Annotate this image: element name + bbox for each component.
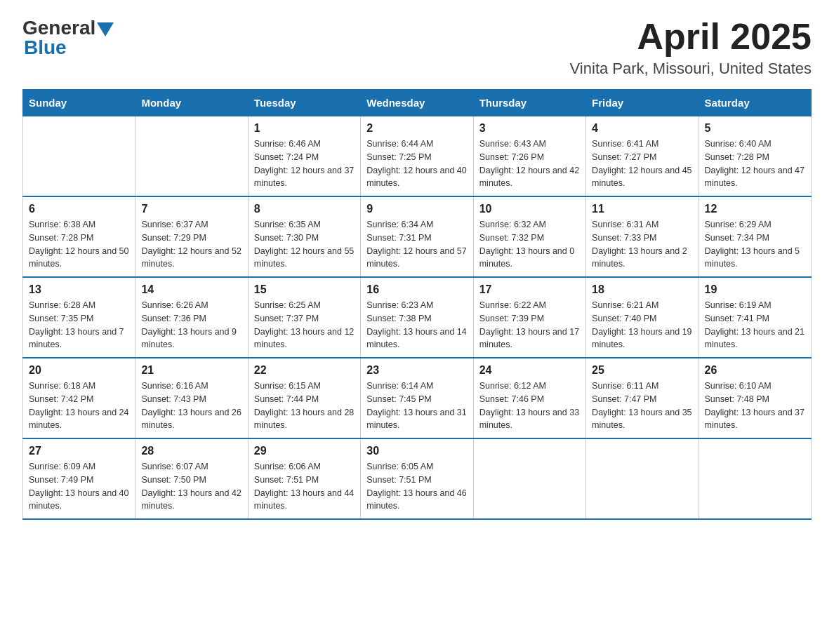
- calendar-dow-header: Thursday: [473, 90, 585, 116]
- calendar-day-cell: 4Sunrise: 6:41 AMSunset: 7:27 PMDaylight…: [586, 116, 699, 197]
- calendar-day-cell: 1Sunrise: 6:46 AMSunset: 7:24 PMDaylight…: [248, 116, 360, 197]
- sunrise-text: Sunrise: 6:21 AM: [592, 299, 692, 312]
- calendar-week-row: 13Sunrise: 6:28 AMSunset: 7:35 PMDayligh…: [23, 277, 812, 358]
- daylight-text: Daylight: 13 hours and 17 minutes.: [479, 326, 580, 352]
- daylight-text: Daylight: 13 hours and 46 minutes.: [366, 487, 467, 514]
- sunrise-text: Sunrise: 6:22 AM: [479, 299, 580, 312]
- sunrise-text: Sunrise: 6:31 AM: [592, 218, 692, 232]
- day-number: 20: [29, 364, 129, 377]
- calendar-dow-header: Friday: [586, 90, 699, 116]
- calendar-day-cell: 20Sunrise: 6:18 AMSunset: 7:42 PMDayligh…: [23, 358, 135, 438]
- sunrise-text: Sunrise: 6:07 AM: [141, 460, 241, 474]
- calendar-day-cell: 3Sunrise: 6:43 AMSunset: 7:26 PMDaylight…: [473, 116, 585, 197]
- sunset-text: Sunset: 7:34 PM: [705, 232, 805, 245]
- sunrise-text: Sunrise: 6:43 AM: [479, 137, 580, 151]
- sunrise-text: Sunrise: 6:12 AM: [479, 380, 580, 393]
- sunrise-text: Sunrise: 6:38 AM: [29, 218, 129, 232]
- calendar-day-cell: 14Sunrise: 6:26 AMSunset: 7:36 PMDayligh…: [135, 277, 248, 358]
- day-info: Sunrise: 6:18 AMSunset: 7:42 PMDaylight:…: [29, 380, 129, 432]
- day-info: Sunrise: 6:25 AMSunset: 7:37 PMDaylight:…: [254, 299, 355, 351]
- day-info: Sunrise: 6:44 AMSunset: 7:25 PMDaylight:…: [366, 137, 467, 190]
- day-info: Sunrise: 6:07 AMSunset: 7:50 PMDaylight:…: [141, 460, 241, 513]
- day-number: 13: [29, 283, 129, 296]
- calendar-dow-header: Monday: [135, 90, 248, 116]
- calendar-dow-header: Sunday: [23, 90, 135, 116]
- daylight-text: Daylight: 13 hours and 5 minutes.: [705, 245, 805, 271]
- sunrise-text: Sunrise: 6:41 AM: [592, 137, 692, 151]
- calendar-week-row: 20Sunrise: 6:18 AMSunset: 7:42 PMDayligh…: [23, 358, 812, 438]
- sunset-text: Sunset: 7:35 PM: [29, 312, 129, 326]
- daylight-text: Daylight: 12 hours and 57 minutes.: [366, 245, 467, 271]
- day-info: Sunrise: 6:11 AMSunset: 7:47 PMDaylight:…: [592, 380, 692, 432]
- day-info: Sunrise: 6:12 AMSunset: 7:46 PMDaylight:…: [479, 380, 580, 432]
- sunset-text: Sunset: 7:45 PM: [366, 393, 467, 406]
- day-info: Sunrise: 6:32 AMSunset: 7:32 PMDaylight:…: [479, 218, 580, 271]
- day-number: 28: [141, 445, 241, 457]
- calendar-day-cell: 7Sunrise: 6:37 AMSunset: 7:29 PMDaylight…: [135, 196, 248, 277]
- sunset-text: Sunset: 7:39 PM: [479, 312, 580, 326]
- day-number: 2: [366, 122, 467, 135]
- day-number: 5: [705, 122, 805, 135]
- sunset-text: Sunset: 7:42 PM: [29, 393, 129, 406]
- daylight-text: Daylight: 12 hours and 42 minutes.: [479, 164, 580, 191]
- daylight-text: Daylight: 13 hours and 42 minutes.: [141, 487, 241, 514]
- daylight-text: Daylight: 12 hours and 50 minutes.: [29, 245, 129, 271]
- calendar-day-cell: 28Sunrise: 6:07 AMSunset: 7:50 PMDayligh…: [135, 438, 248, 519]
- day-number: 7: [141, 203, 241, 215]
- day-info: Sunrise: 6:23 AMSunset: 7:38 PMDaylight:…: [366, 299, 467, 351]
- page-header: General Blue April 2025 Vinita Park, Mis…: [22, 17, 812, 78]
- calendar-day-cell: 18Sunrise: 6:21 AMSunset: 7:40 PMDayligh…: [586, 277, 699, 358]
- sunset-text: Sunset: 7:26 PM: [479, 151, 580, 164]
- day-number: 14: [141, 283, 241, 296]
- sunrise-text: Sunrise: 6:44 AM: [366, 137, 467, 151]
- sunset-text: Sunset: 7:25 PM: [366, 151, 467, 164]
- sunrise-text: Sunrise: 6:40 AM: [705, 137, 805, 151]
- calendar-day-cell: 10Sunrise: 6:32 AMSunset: 7:32 PMDayligh…: [473, 196, 585, 277]
- calendar-day-cell: [473, 438, 585, 519]
- day-info: Sunrise: 6:21 AMSunset: 7:40 PMDaylight:…: [592, 299, 692, 351]
- daylight-text: Daylight: 13 hours and 26 minutes.: [141, 406, 241, 433]
- day-number: 24: [479, 364, 580, 377]
- calendar-day-cell: [23, 116, 135, 197]
- sunset-text: Sunset: 7:49 PM: [29, 474, 129, 487]
- daylight-text: Daylight: 13 hours and 31 minutes.: [366, 406, 467, 433]
- logo-triangle-icon: [97, 22, 114, 36]
- day-number: 29: [254, 445, 355, 457]
- sunset-text: Sunset: 7:32 PM: [479, 232, 580, 245]
- day-info: Sunrise: 6:22 AMSunset: 7:39 PMDaylight:…: [479, 299, 580, 351]
- sunrise-text: Sunrise: 6:26 AM: [141, 299, 241, 312]
- day-number: 22: [254, 364, 355, 377]
- calendar-day-cell: 30Sunrise: 6:05 AMSunset: 7:51 PMDayligh…: [361, 438, 473, 519]
- page-subtitle: Vinita Park, Missouri, United States: [570, 60, 812, 78]
- calendar-day-cell: 19Sunrise: 6:19 AMSunset: 7:41 PMDayligh…: [699, 277, 811, 358]
- day-info: Sunrise: 6:40 AMSunset: 7:28 PMDaylight:…: [705, 137, 805, 190]
- day-info: Sunrise: 6:41 AMSunset: 7:27 PMDaylight:…: [592, 137, 692, 190]
- calendar-day-cell: 12Sunrise: 6:29 AMSunset: 7:34 PMDayligh…: [699, 196, 811, 277]
- sunset-text: Sunset: 7:33 PM: [592, 232, 692, 245]
- calendar-day-cell: 17Sunrise: 6:22 AMSunset: 7:39 PMDayligh…: [473, 277, 585, 358]
- daylight-text: Daylight: 12 hours and 40 minutes.: [366, 164, 467, 191]
- title-block: April 2025 Vinita Park, Missouri, United…: [570, 17, 812, 78]
- day-number: 12: [705, 203, 805, 215]
- day-info: Sunrise: 6:37 AMSunset: 7:29 PMDaylight:…: [141, 218, 241, 271]
- day-info: Sunrise: 6:34 AMSunset: 7:31 PMDaylight:…: [366, 218, 467, 271]
- calendar-day-cell: 27Sunrise: 6:09 AMSunset: 7:49 PMDayligh…: [23, 438, 135, 519]
- day-number: 27: [29, 445, 129, 457]
- daylight-text: Daylight: 12 hours and 45 minutes.: [592, 164, 692, 191]
- calendar-day-cell: 6Sunrise: 6:38 AMSunset: 7:28 PMDaylight…: [23, 196, 135, 277]
- day-number: 1: [254, 122, 355, 135]
- sunset-text: Sunset: 7:51 PM: [254, 474, 355, 487]
- day-info: Sunrise: 6:05 AMSunset: 7:51 PMDaylight:…: [366, 460, 467, 513]
- sunset-text: Sunset: 7:36 PM: [141, 312, 241, 326]
- sunset-text: Sunset: 7:37 PM: [254, 312, 355, 326]
- sunrise-text: Sunrise: 6:25 AM: [254, 299, 355, 312]
- sunrise-text: Sunrise: 6:19 AM: [705, 299, 805, 312]
- day-number: 17: [479, 283, 580, 296]
- daylight-text: Daylight: 13 hours and 12 minutes.: [254, 326, 355, 352]
- day-info: Sunrise: 6:35 AMSunset: 7:30 PMDaylight:…: [254, 218, 355, 271]
- daylight-text: Daylight: 12 hours and 47 minutes.: [705, 164, 805, 191]
- sunrise-text: Sunrise: 6:34 AM: [366, 218, 467, 232]
- calendar-day-cell: 23Sunrise: 6:14 AMSunset: 7:45 PMDayligh…: [361, 358, 473, 438]
- day-info: Sunrise: 6:09 AMSunset: 7:49 PMDaylight:…: [29, 460, 129, 513]
- day-info: Sunrise: 6:14 AMSunset: 7:45 PMDaylight:…: [366, 380, 467, 432]
